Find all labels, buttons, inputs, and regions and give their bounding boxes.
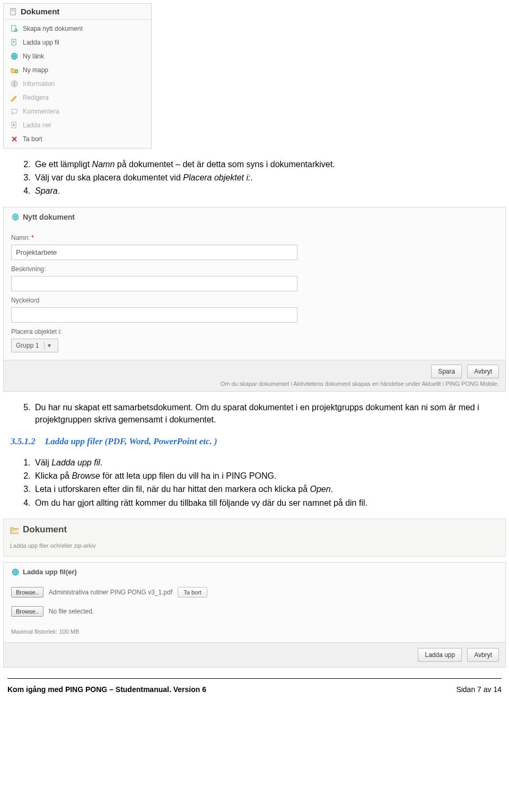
menu-item-download[interactable]: Ladda ner (4, 118, 151, 132)
new-doc-icon (10, 24, 19, 33)
menu-item-comment[interactable]: Kommentera (4, 105, 151, 118)
document-panel-2: Dokument Ladda upp filer och/eller zip-a… (3, 519, 506, 557)
document-icon (9, 7, 17, 16)
remove-button[interactable]: Ta bort (178, 587, 207, 598)
browse-button-2[interactable]: Browse.. (11, 606, 43, 617)
svg-rect-11 (12, 109, 17, 113)
instruction-step-5: Du har nu skapat ett samarbetsdokument. … (33, 401, 498, 426)
panel-header: Dokument (4, 4, 151, 20)
upload-heading: Ladda upp fil(er) (4, 563, 505, 583)
globe-icon (11, 568, 20, 576)
place-select[interactable]: Grupp 1 ▾ (11, 339, 58, 352)
link-icon (10, 52, 19, 61)
uploaded-filename: Administrativa rutiner PING PONG v3_1.pd… (49, 589, 172, 596)
place-label: Placera objektet i: (11, 328, 498, 335)
instruction-step-2: Ge ett lämpligt Namn på dokumentet – det… (33, 158, 498, 170)
menu-item-link[interactable]: Ny länk (4, 49, 151, 63)
panel2-subtitle: Ladda upp filer och/eller zip-arkiv (4, 538, 505, 556)
keywords-label: Nyckelord (11, 297, 498, 304)
keywords-input[interactable] (11, 307, 297, 323)
download-icon (10, 121, 19, 129)
menu-label: Ta bort (23, 135, 42, 143)
cancel-button[interactable]: Avbryt (467, 365, 499, 378)
menu-label: Skapa nytt dokument (23, 25, 83, 32)
footer-right: Sidan 7 av 14 (456, 685, 502, 694)
upload-box: Ladda upp fil(er) Browse.. Administrativ… (3, 562, 506, 668)
svg-point-13 (12, 214, 19, 220)
menu-item-delete[interactable]: Ta bort (4, 132, 151, 146)
footer-divider (7, 678, 502, 679)
menu-label: Ny mapp (23, 66, 48, 74)
folder-icon (10, 66, 19, 74)
name-input[interactable] (11, 245, 297, 260)
section-heading: 3.5.1.2 Ladda upp filer (PDF, Word, Powe… (11, 436, 498, 447)
svg-rect-2 (12, 11, 14, 11)
chevron-down-icon: ▾ (44, 342, 54, 349)
document-menu: Skapa nytt dokument Ladda upp fil Ny län… (4, 20, 151, 148)
info-icon: i (10, 80, 19, 88)
svg-rect-0 (11, 8, 15, 15)
panel-title: Dokument (21, 7, 59, 16)
menu-item-upload[interactable]: Ladda upp fil (4, 36, 151, 49)
upload-icon (10, 38, 19, 47)
desc-input[interactable] (11, 276, 297, 291)
document-menu-panel: Dokument Skapa nytt dokument Ladda upp f… (3, 3, 152, 149)
menu-item-new-doc[interactable]: Skapa nytt dokument (4, 22, 151, 36)
instructions-block-2: Du har nu skapat ett samarbetsdokument. … (21, 401, 498, 426)
instruction-upload-1: Välj Ladda upp fil. (33, 456, 498, 469)
page-footer: Kom igång med PING PONG – Studentmanual.… (7, 678, 502, 694)
upload-button[interactable]: Ladda upp (418, 648, 462, 662)
menu-item-folder[interactable]: Ny mapp (4, 63, 151, 77)
delete-icon (10, 135, 19, 143)
menu-label: Ny länk (23, 53, 44, 60)
instruction-upload-2: Klicka på Browse för att leta upp filen … (33, 470, 498, 482)
upload-row-1: Browse.. Administrativa rutiner PING PON… (4, 583, 505, 602)
instruction-upload-4: Om du har gjort allting rätt kommer du t… (33, 497, 498, 509)
folder-open-icon (10, 525, 19, 534)
menu-label: Redigera (23, 94, 49, 101)
save-button[interactable]: Spara (431, 365, 462, 378)
section-title: Ladda upp filer (PDF, Word, PowerPoint e… (45, 436, 217, 447)
menu-label: Ladda ner (23, 122, 51, 129)
menu-item-edit[interactable]: Redigera (4, 91, 151, 105)
menu-item-info[interactable]: i Information (4, 77, 151, 91)
instruction-upload-3: Leta i utforskaren efter din fil, när du… (33, 483, 498, 495)
svg-point-14 (12, 569, 19, 575)
comment-icon (10, 107, 19, 116)
footer-left: Kom igång med PING PONG – Studentmanual.… (7, 685, 206, 694)
panel2-header: Dokument (4, 519, 505, 538)
instruction-step-4: Spara. (33, 185, 498, 197)
new-document-form: Nytt dokument Namn:* Beskrivning: Nyckel… (3, 207, 506, 392)
form-heading: Nytt dokument (4, 208, 505, 229)
instruction-step-3: Välj var du ska placera dokumentet vid P… (33, 171, 498, 184)
menu-label: Kommentera (23, 108, 59, 115)
cancel-upload-button[interactable]: Avbryt (467, 648, 499, 662)
menu-label: Information (23, 80, 55, 88)
desc-label: Beskrivning: (11, 265, 498, 273)
no-file-label: No file selected. (49, 608, 94, 615)
max-size-label: Maximal filstorlek: 100 MB (4, 621, 505, 642)
upload-row-2: Browse.. No file selected. (4, 602, 505, 621)
menu-label: Ladda upp fil (23, 39, 59, 46)
svg-point-6 (11, 53, 17, 59)
browse-button-1[interactable]: Browse.. (11, 587, 43, 598)
instructions-block-3: Välj Ladda upp fil. Klicka på Browse för… (21, 456, 498, 509)
name-label: Namn:* (11, 234, 498, 241)
edit-icon (10, 93, 19, 102)
instructions-block-1: Ge ett lämpligt Namn på dokumentet – det… (21, 158, 498, 197)
svg-text:i: i (14, 81, 15, 87)
form-hint: Om du skapar dokumentet i Aktivitetens d… (221, 381, 499, 387)
select-value: Grupp 1 (16, 342, 39, 349)
section-number: 3.5.1.2 (11, 436, 36, 447)
svg-rect-1 (12, 10, 14, 10)
globe-icon (11, 213, 20, 221)
